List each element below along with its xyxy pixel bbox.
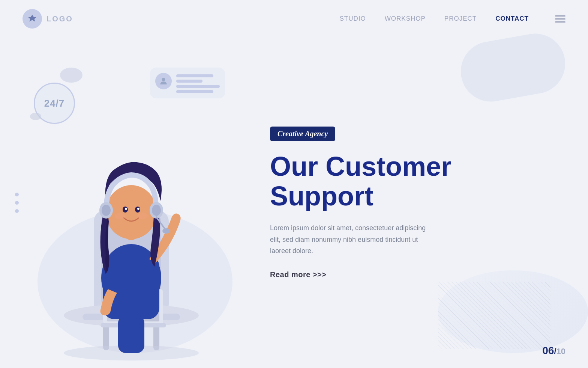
chat-lines — [176, 74, 220, 93]
nav-workshop[interactable]: WORKSHOP — [385, 15, 426, 23]
chat-avatar — [155, 73, 172, 89]
agency-badge: Creative Agency — [270, 127, 335, 141]
avatar-icon — [159, 76, 168, 86]
nav-links: STUDIO WORKSHOP PROJECT CONTACT — [340, 15, 566, 23]
hamburger-menu[interactable] — [555, 15, 566, 23]
hamburger-line-2 — [555, 18, 566, 20]
svg-point-29 — [137, 213, 148, 219]
dots-decoration — [15, 193, 19, 213]
chat-line-4 — [176, 90, 213, 93]
logo-icon — [22, 9, 42, 29]
svg-point-25 — [152, 205, 161, 216]
description-text: Lorem ipsum dolor sit amet, consectetuer… — [270, 222, 435, 257]
character-illustration — [45, 105, 218, 368]
hamburger-line-3 — [555, 21, 566, 23]
chat-line-3 — [176, 85, 220, 88]
logo-svg — [27, 14, 37, 24]
svg-rect-15 — [103, 255, 159, 319]
chat-line-2 — [176, 80, 202, 83]
svg-point-24 — [102, 205, 111, 216]
svg-point-17 — [106, 185, 157, 239]
svg-rect-31 — [118, 315, 144, 353]
blob-decoration-middle — [30, 113, 41, 120]
chat-line-1 — [176, 74, 213, 77]
svg-point-0 — [162, 78, 165, 81]
nav-project[interactable]: PROJECT — [444, 15, 477, 23]
dot-1 — [15, 193, 19, 196]
svg-point-27 — [162, 228, 170, 234]
character-svg — [45, 105, 218, 368]
svg-point-21 — [137, 208, 140, 210]
hamburger-line-1 — [555, 15, 566, 17]
content-area: Creative Agency Our Customer Support Lor… — [255, 127, 588, 279]
nav-studio[interactable]: STUDIO — [340, 15, 366, 23]
dot-2 — [15, 201, 19, 205]
chat-card — [150, 68, 225, 98]
page-total: 10 — [556, 347, 566, 356]
logo-area[interactable]: LOGO — [22, 9, 73, 29]
illustration-area: 24/7 — [0, 38, 255, 368]
blob-decoration-top — [60, 68, 82, 83]
svg-point-20 — [125, 208, 127, 210]
nav-contact[interactable]: CONTACT — [495, 15, 529, 23]
page-indicator: 06/10 — [542, 345, 566, 357]
navigation: LOGO STUDIO WORKSHOP PROJECT CONTACT — [0, 0, 588, 38]
main-content: 24/7 — [0, 38, 588, 368]
dot-3 — [15, 209, 19, 213]
main-title: Our Customer Support — [270, 152, 558, 211]
read-more-link[interactable]: Read more >>> — [270, 270, 558, 279]
logo-text: LOGO — [46, 15, 73, 23]
svg-point-28 — [115, 213, 125, 219]
page-current: 06 — [542, 345, 554, 356]
